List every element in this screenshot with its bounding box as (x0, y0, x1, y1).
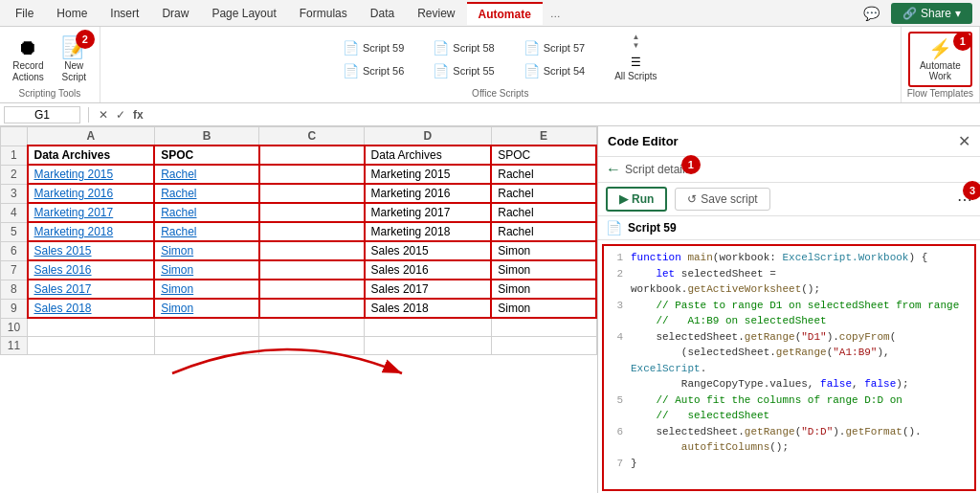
cell-d11[interactable] (365, 336, 492, 354)
script-57-button[interactable]: 📄 Script 57 (517, 37, 591, 58)
formula-input[interactable] (149, 108, 976, 122)
cell-c5[interactable] (259, 222, 365, 241)
cell-a2[interactable]: Marketing 2015 (28, 165, 155, 184)
main-content: A B C D E 1 Data Archives SPOC Data Arch… (0, 126, 980, 493)
cell-a8[interactable]: Sales 2017 (28, 280, 155, 299)
cell-c8[interactable] (259, 280, 365, 299)
automate-work-button[interactable]: ⚡ AutomateWork 1 (908, 32, 972, 87)
confirm-formula-icon[interactable]: ✓ (114, 108, 127, 122)
cell-c11[interactable] (259, 336, 365, 354)
cell-e2[interactable]: Rachel (491, 165, 596, 184)
cell-b2[interactable]: Rachel (154, 165, 259, 184)
cell-e4[interactable]: Rachel (491, 203, 596, 222)
cell-d1[interactable]: Data Archives (365, 146, 492, 165)
cell-d10[interactable] (365, 318, 492, 336)
cell-d6[interactable]: Sales 2015 (365, 241, 492, 260)
cell-e5[interactable]: Rachel (491, 222, 596, 241)
scroll-up-icon[interactable]: ▲ (632, 34, 639, 41)
col-header-e[interactable]: E (491, 127, 596, 146)
tab-formulas[interactable]: Formulas (288, 3, 359, 24)
comment-button[interactable]: 💬 (859, 4, 883, 23)
cell-c4[interactable] (259, 203, 365, 222)
cell-e8[interactable]: Simon (491, 280, 596, 299)
cell-a9[interactable]: Sales 2018 (28, 299, 155, 318)
back-button[interactable]: ← Script details 1 (606, 161, 691, 178)
table-row: 4 Marketing 2017 Rachel Marketing 2017 R… (1, 203, 597, 222)
col-header-d[interactable]: D (365, 127, 492, 146)
cell-d2[interactable]: Marketing 2015 (365, 165, 492, 184)
cell-b6[interactable]: Simon (154, 241, 259, 260)
save-script-button[interactable]: ↺ Save script (675, 188, 769, 211)
cell-a4[interactable]: Marketing 2017 (28, 203, 155, 222)
cell-d7[interactable]: Sales 2016 (365, 260, 492, 280)
cell-b5[interactable]: Rachel (154, 222, 259, 241)
code-editor-header: Code Editor ✕ (598, 126, 980, 157)
cell-a6[interactable]: Sales 2015 (28, 241, 155, 260)
col-header-a[interactable]: A (28, 127, 155, 146)
script-59-button[interactable]: 📄 Script 59 (336, 37, 411, 58)
cell-a7[interactable]: Sales 2016 (28, 260, 155, 280)
close-button[interactable]: ✕ (958, 132, 970, 150)
cell-e11[interactable] (491, 336, 596, 354)
cell-c10[interactable] (259, 318, 365, 336)
tab-data[interactable]: Data (359, 3, 406, 24)
tab-automate[interactable]: Automate (467, 2, 543, 25)
cell-b1[interactable]: SPOC (154, 146, 259, 165)
tab-home[interactable]: Home (45, 3, 99, 24)
col-header-c[interactable]: C (259, 127, 365, 146)
ribbon-more[interactable]: … (546, 4, 565, 23)
share-button[interactable]: 🔗 Share ▾ (891, 3, 972, 24)
cell-e3[interactable]: Rachel (491, 184, 596, 203)
cell-b10[interactable] (154, 318, 259, 336)
cell-b9[interactable]: Simon (154, 299, 259, 318)
tab-file[interactable]: File (4, 3, 45, 24)
cell-c9[interactable] (259, 299, 365, 318)
cell-b4[interactable]: Rachel (154, 203, 259, 222)
code-line-7: 7 } (608, 456, 970, 472)
cell-d4[interactable]: Marketing 2017 (365, 203, 492, 222)
tab-insert[interactable]: Insert (99, 3, 150, 24)
name-box[interactable] (4, 106, 80, 123)
script-58-button[interactable]: 📄 Script 58 (426, 37, 501, 58)
cell-d9[interactable]: Sales 2018 (365, 299, 492, 318)
more-options-button[interactable]: ⋯ 3 (957, 190, 972, 209)
cell-b3[interactable]: Rachel (154, 184, 259, 203)
cell-d3[interactable]: Marketing 2016 (365, 184, 492, 203)
col-header-b[interactable]: B (154, 127, 259, 146)
cancel-formula-icon[interactable]: ✕ (97, 108, 110, 122)
cell-b11[interactable] (154, 336, 259, 354)
cell-d8[interactable]: Sales 2017 (365, 280, 492, 299)
cell-b8[interactable]: Simon (154, 280, 259, 299)
script-54-button[interactable]: 📄 Script 54 (517, 60, 591, 81)
cell-d5[interactable]: Marketing 2018 (365, 222, 492, 241)
tab-draw[interactable]: Draw (150, 3, 200, 24)
run-button[interactable]: ▶ Run (606, 187, 667, 212)
cell-a10[interactable] (28, 318, 155, 336)
cell-c6[interactable] (259, 241, 365, 260)
cell-a11[interactable] (28, 336, 155, 354)
cell-e7[interactable]: Simon (491, 260, 596, 280)
script-54-icon: 📄 (523, 63, 540, 78)
scroll-down-icon[interactable]: ▼ (632, 42, 639, 50)
cell-e10[interactable] (491, 318, 596, 336)
cell-c3[interactable] (259, 184, 365, 203)
cell-a1[interactable]: Data Archives (28, 146, 155, 165)
insert-function-icon[interactable]: fx (131, 108, 145, 122)
script-56-button[interactable]: 📄 Script 56 (336, 60, 411, 81)
cell-a5[interactable]: Marketing 2018 (28, 222, 155, 241)
cell-e1[interactable]: SPOC (491, 146, 596, 165)
cell-c2[interactable] (259, 165, 365, 184)
all-scripts-button[interactable]: ☰ All Scripts (607, 52, 664, 85)
cell-c7[interactable] (259, 260, 365, 280)
cell-a3[interactable]: Marketing 2016 (28, 184, 155, 203)
cell-c1[interactable] (259, 146, 365, 165)
cell-e6[interactable]: Simon (491, 241, 596, 260)
new-script-button[interactable]: 📝 NewScript 2 (55, 31, 94, 88)
tab-page-layout[interactable]: Page Layout (200, 3, 287, 24)
record-actions-button[interactable]: ⏺ RecordActions (6, 31, 51, 88)
code-body[interactable]: 1 function main(workbook: ExcelScript.Wo… (602, 244, 976, 491)
cell-e9[interactable]: Simon (491, 299, 596, 318)
cell-b7[interactable]: Simon (154, 260, 259, 280)
script-55-button[interactable]: 📄 Script 55 (426, 60, 501, 81)
tab-review[interactable]: Review (406, 3, 466, 24)
